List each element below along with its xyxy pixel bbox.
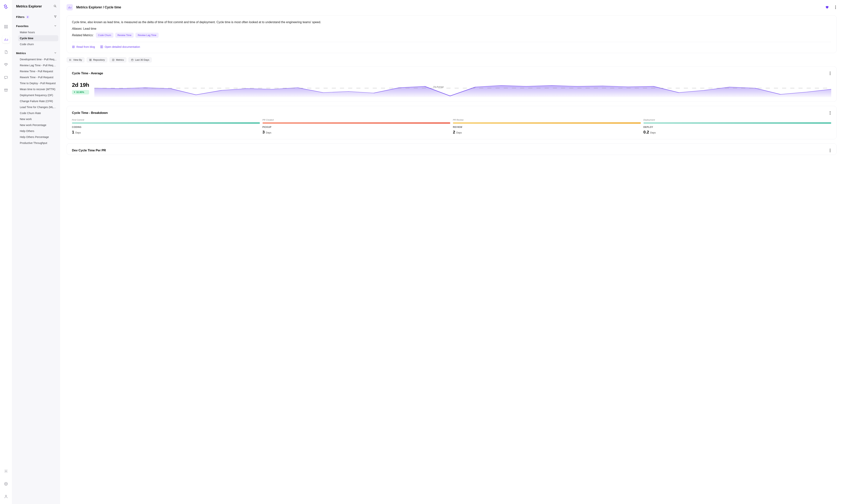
nav-profile-icon[interactable] — [2, 493, 10, 500]
caret-down-icon — [74, 92, 75, 93]
main-content: Metrics Explorer / Cycle time Cycle time… — [60, 0, 843, 504]
sidebar-item[interactable]: Productive Throughput — [18, 140, 58, 146]
search-icon[interactable] — [53, 4, 57, 8]
stage-label: PR Review — [453, 119, 641, 121]
app-logo[interactable] — [3, 4, 9, 10]
read-blog-link[interactable]: Read from blog — [72, 46, 95, 48]
sidebar-item[interactable]: Code Churn Rate — [18, 110, 58, 116]
breakdown-stage: First CommitCODING1Days — [72, 119, 260, 134]
phase-label: DEPLOY — [643, 126, 831, 128]
nav-settings-icon[interactable] — [2, 467, 10, 475]
breakdown-card-title: Cycle Time - Breakdown — [72, 111, 108, 115]
metrics-button[interactable]: Metrics — [109, 57, 126, 62]
sidebar-item[interactable]: Help Others Percentage — [18, 134, 58, 140]
svg-rect-1 — [6, 25, 7, 26]
sidebar-item[interactable]: Development time - Pull Req... — [18, 56, 58, 62]
card-menu-icon[interactable] — [829, 110, 831, 115]
svg-point-9 — [5, 495, 6, 497]
sidebar-item[interactable]: Maker hours — [18, 29, 58, 35]
stage-value: 3 — [262, 130, 265, 134]
svg-point-13 — [70, 60, 70, 60]
sidebar-item[interactable]: New work Percentage — [18, 122, 58, 128]
delta-badge: 32.90% — [72, 90, 89, 94]
nav-chat-icon[interactable] — [2, 74, 10, 81]
stage-value: 2 — [453, 130, 455, 134]
average-value: 2d 19h — [72, 82, 89, 88]
stage-unit: Days — [456, 131, 462, 134]
svg-point-14 — [70, 60, 70, 61]
chevron-down-icon — [54, 24, 57, 28]
breakdown-stage: PR ReviewREVIEW2Days — [453, 119, 641, 134]
nav-trophy-icon[interactable] — [2, 61, 10, 69]
page-icon — [67, 4, 73, 11]
filters-row[interactable]: Filters 2 — [16, 14, 58, 20]
svg-rect-0 — [4, 25, 5, 26]
stage-label: PR Created — [262, 119, 450, 121]
phase-label: PICKUP — [262, 126, 450, 128]
stage-label: Deployment — [643, 119, 831, 121]
icon-rail — [0, 0, 12, 504]
sidebar-item[interactable]: Lead Time for Changes (MLTC) — [18, 104, 58, 110]
repository-button[interactable]: Repository — [86, 57, 107, 62]
filter-icon — [54, 15, 57, 19]
nav-dashboard-icon[interactable] — [2, 23, 10, 31]
sidebar-item[interactable]: New work — [18, 116, 58, 122]
metrics-section-header[interactable]: Metrics — [16, 50, 58, 56]
filters-count-badge: 2 — [26, 16, 29, 18]
related-metric-chip[interactable]: Code Churn — [96, 33, 114, 38]
favorite-heart-icon[interactable] — [825, 5, 829, 10]
favorites-section-header[interactable]: Favorites — [16, 23, 58, 29]
sidebar-item[interactable]: Rework Time - Pull Request — [18, 74, 58, 80]
card-menu-icon[interactable] — [829, 148, 831, 153]
stage-bar — [453, 122, 641, 124]
card-menu-icon[interactable] — [829, 71, 831, 76]
stage-bar — [72, 122, 260, 124]
svg-rect-5 — [4, 89, 8, 90]
nav-metrics-icon[interactable] — [2, 36, 10, 43]
svg-rect-3 — [6, 27, 7, 28]
date-range-button[interactable]: Last 30 Days — [128, 57, 152, 62]
sidebar-item[interactable]: Time to Deploy - Pull Request — [18, 80, 58, 86]
phase-label: CODING — [72, 126, 260, 128]
sidebar-title: Metrics Explorer — [16, 4, 42, 8]
sidebar-item[interactable]: Change Failure Rate (CFR) — [18, 98, 58, 104]
filters-label: Filters — [16, 15, 24, 18]
stage-unit: Days — [75, 131, 81, 134]
svg-rect-16 — [91, 59, 91, 60]
related-label: Related Metrics: — [72, 34, 93, 37]
nav-documents-icon[interactable] — [2, 48, 10, 56]
svg-point-10 — [54, 5, 56, 7]
nav-archive-icon[interactable] — [2, 86, 10, 94]
breadcrumb: Metrics Explorer / Cycle time — [76, 5, 121, 9]
stage-unit: Days — [650, 131, 656, 134]
svg-rect-4 — [4, 76, 8, 78]
stage-value: 1 — [72, 130, 74, 134]
open-docs-link[interactable]: Open detailed documentation — [100, 46, 140, 48]
phase-label: REVIEW — [453, 126, 641, 128]
main-header: Metrics Explorer / Cycle time — [67, 0, 837, 15]
sidebar-item[interactable]: Mean time to recover (MTTR) — [18, 86, 58, 92]
sidebar-item[interactable]: Deployment frequency (DF) — [18, 92, 58, 98]
sidebar-item[interactable]: Cycle time — [18, 35, 58, 41]
sidebar-item[interactable]: Help Others — [18, 128, 58, 134]
stage-unit: Days — [266, 131, 272, 134]
info-card: Cycle time, also known as lead time, is … — [67, 15, 837, 53]
per-pr-card: Dev Cycle Time Per PR — [67, 143, 837, 155]
related-metric-chip[interactable]: Review Time — [115, 33, 134, 38]
related-row: Related Metrics: Code ChurnReview TimeRe… — [72, 33, 831, 38]
svg-rect-17 — [89, 60, 90, 61]
breakdown-card: Cycle Time - Breakdown First CommitCODIN… — [67, 106, 837, 139]
per-pr-card-title: Dev Cycle Time Per PR — [72, 149, 106, 152]
nav-help-icon[interactable] — [2, 480, 10, 488]
org-average-label: Org Average — [433, 86, 444, 88]
stage-label: First Commit — [72, 119, 260, 121]
sidebar-item[interactable]: Review Lag Time - Pull Request — [18, 62, 58, 68]
view-by-button[interactable]: View By — [67, 57, 85, 62]
svg-rect-20 — [131, 59, 133, 61]
sidebar-item[interactable]: Review Time - Pull Request — [18, 68, 58, 74]
related-metric-chip[interactable]: Review Lag Time — [135, 33, 159, 38]
more-menu-icon[interactable] — [835, 5, 837, 10]
sidebar: Metrics Explorer Filters 2 Favorites Mak… — [12, 0, 60, 504]
sidebar-item[interactable]: Code churn — [18, 41, 58, 47]
view-toolbar: View By Repository Metrics Last 30 Days — [67, 57, 837, 62]
